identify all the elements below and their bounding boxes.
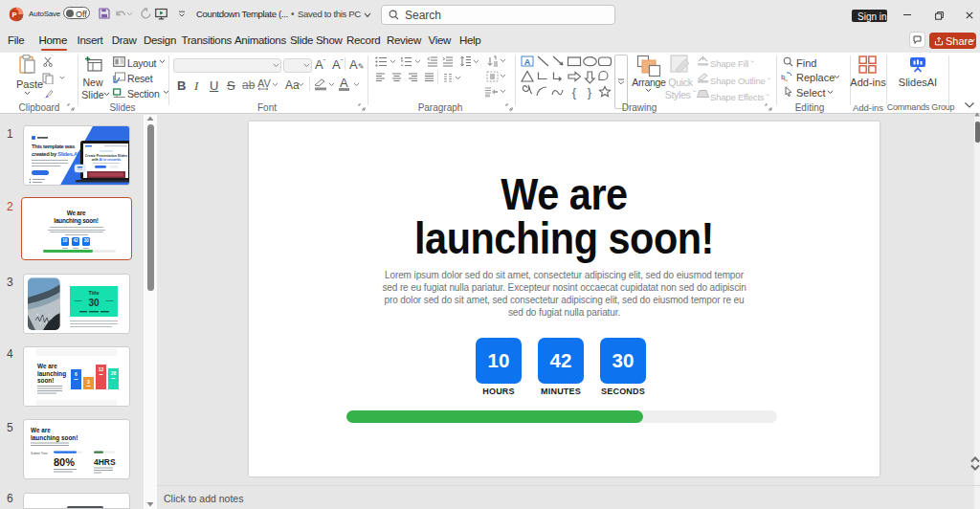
svg-text:We are: We are [37,363,57,369]
svg-text:P: P [11,11,16,19]
svg-text:30: 30 [88,298,100,308]
svg-text:6: 6 [75,371,78,377]
svg-text:Submit Time: Submit Time [31,452,48,455]
svg-text:}: } [588,85,592,100]
svg-text:We are: We are [31,427,51,433]
svg-text:A: A [524,57,531,67]
svg-text:soon!: soon! [37,377,54,384]
svg-text:This template was: This template was [32,144,75,149]
svg-text:3: 3 [87,379,90,385]
svg-text:28: 28 [111,370,117,376]
svg-text:12: 12 [99,366,104,372]
svg-text:80%: 80% [54,456,75,468]
svg-text:Title: Title [88,290,99,296]
svg-text:{: { [572,85,577,100]
svg-text:with AI in seconds: with AI in seconds [91,158,122,162]
svg-text:launching soon!: launching soon! [31,434,78,442]
svg-text:4HRS: 4HRS [94,457,116,467]
svg-text:created by Slides.AI: created by Slides.AI [32,151,79,157]
